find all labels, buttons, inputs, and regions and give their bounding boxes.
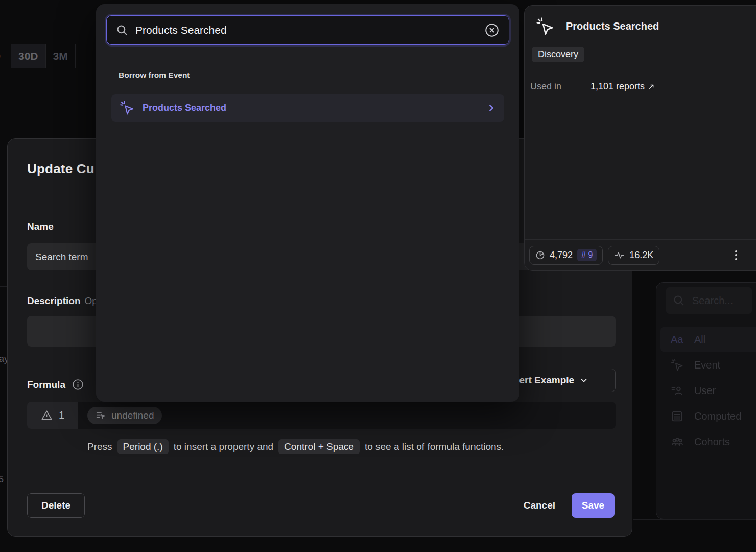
property-icon (96, 410, 107, 421)
warning-icon (41, 409, 53, 421)
calculator-icon (671, 410, 685, 423)
name-label: Name (27, 221, 54, 233)
search-input[interactable] (135, 24, 477, 36)
formula-error-indicator[interactable]: 1 (27, 402, 78, 429)
chart-tick-fragment: 5 (0, 474, 4, 485)
property-type-popover: Aa All Event Use (656, 282, 756, 519)
external-link-icon (648, 83, 655, 90)
category-badge: Discovery (532, 47, 584, 62)
search-icon (116, 24, 128, 36)
used-in-row: Used in 1,101 reports (530, 81, 655, 92)
text-type-icon: Aa (671, 334, 685, 346)
borrow-from-event-section-label: Borrow from Event (119, 71, 190, 80)
delete-button[interactable]: Delete (27, 493, 85, 518)
event-icon (536, 17, 555, 36)
rank-badge: # 9 (577, 249, 597, 261)
chevron-down-icon (579, 376, 588, 385)
time-range-30d[interactable]: 30D (11, 44, 46, 68)
time-range-3m[interactable]: 3M (46, 44, 76, 68)
pie-chart-icon (535, 250, 545, 260)
event-details-panel: Products Searched Discovery Used in 1,10… (524, 5, 756, 271)
details-footer: 4,792 # 9 16.2K (525, 239, 756, 270)
used-in-reports-link[interactable]: 1,101 reports (590, 81, 655, 92)
property-type-list: Aa All Event Use (660, 327, 756, 454)
time-range-segmented-control: D 30D 3M (0, 44, 76, 68)
event-icon (671, 358, 685, 372)
volume-stat-pill[interactable]: 4,792 # 9 (529, 246, 603, 265)
dialog-title: Update Cu (27, 161, 94, 177)
activity-stat-pill[interactable]: 16.2K (608, 246, 659, 265)
chart-card-border-fragment (20, 541, 603, 541)
dialog-footer: Delete Cancel Save (27, 493, 615, 518)
user-icon (671, 384, 685, 397)
cohorts-icon (671, 435, 685, 448)
clear-search-icon[interactable] (484, 22, 500, 38)
formula-editor: 1 undefined (27, 402, 616, 429)
search-icon (673, 294, 685, 307)
formula-input[interactable]: undefined (78, 402, 616, 429)
chart-gridline-fragment (0, 217, 7, 217)
chart-gridline-fragment (0, 286, 7, 287)
sidebar-search-input[interactable] (692, 295, 745, 307)
formula-hint: Press Period (.) to insert a property an… (87, 439, 504, 454)
sidebar-item-event[interactable]: Event (660, 352, 756, 378)
more-options-icon[interactable] (728, 247, 744, 263)
formula-label-row: Formula (27, 379, 84, 390)
event-result-row[interactable]: Products Searched (111, 94, 504, 122)
details-title: Products Searched (566, 20, 659, 32)
activity-value: 16.2K (629, 250, 653, 261)
details-header: Products Searched (536, 17, 659, 36)
cancel-button[interactable]: Cancel (518, 493, 560, 518)
sidebar-search-field (666, 287, 752, 314)
search-field (106, 15, 509, 45)
save-button[interactable]: Save (572, 493, 615, 518)
sidebar-item-all[interactable]: Aa All (660, 327, 756, 352)
info-icon[interactable] (72, 379, 84, 390)
formula-error-count: 1 (59, 409, 64, 421)
event-icon (120, 100, 135, 116)
event-result-label: Products Searched (143, 103, 479, 113)
property-search-modal: Borrow from Event Products Searched (96, 4, 519, 402)
kbd-control-space: Control + Space (278, 439, 360, 454)
time-range-7d[interactable]: D (0, 44, 11, 68)
sidebar-item-computed[interactable]: Computed (660, 403, 756, 429)
sidebar-item-cohorts[interactable]: Cohorts (660, 429, 756, 454)
activity-pulse-icon (614, 250, 625, 261)
sidebar-item-user[interactable]: User (660, 378, 756, 403)
chevron-right-icon (486, 103, 496, 113)
used-in-label: Used in (530, 81, 590, 92)
undefined-property-chip[interactable]: undefined (87, 407, 162, 424)
chart-card-border-fragment (633, 519, 756, 520)
kbd-period: Period (.) (117, 439, 169, 454)
volume-value: 4,792 (550, 250, 573, 261)
